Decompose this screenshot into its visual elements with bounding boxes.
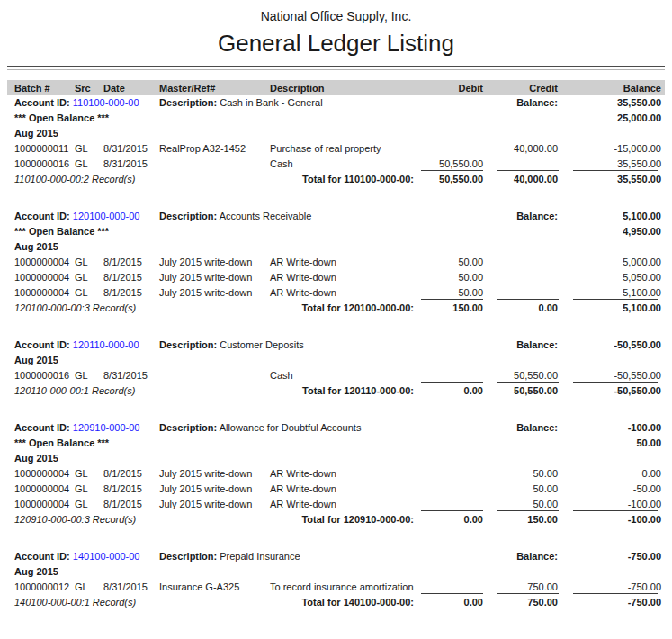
balance-label-cell: Balance: [490, 338, 566, 353]
detail-row: 1000000004GL8/1/2015July 2015 write-down… [7, 466, 665, 482]
credit-cell: 40,000.00 [490, 141, 566, 157]
total-label-cell: Total for 120110-000-00: [263, 383, 414, 399]
batch-cell: 1000000004 [7, 255, 70, 270]
total-balance-cell: 5,100.00 [566, 301, 665, 316]
account-balance-cell: -750.00 [566, 549, 665, 564]
description-cell: AR Write-down [263, 255, 414, 270]
month-cell: Aug 2015 [7, 126, 665, 141]
description-cell: AR Write-down [263, 497, 414, 512]
batch-cell: 1000000012 [7, 580, 70, 595]
total-debit-cell: 0.00 [414, 383, 490, 399]
master-ref-cell [153, 157, 263, 172]
account-header-row: Account ID: 120110-000-00Description: Cu… [7, 338, 665, 353]
account-id-link[interactable]: 110100-000-00 [73, 97, 139, 108]
debit-cell [414, 209, 490, 224]
description-cell: AR Write-down [263, 466, 414, 482]
debit-cell [414, 141, 490, 157]
debit-cell: 50,550.00 [414, 157, 490, 172]
column-header-bar: Batch # Src Date Master/Ref# Description… [7, 80, 665, 95]
description-value: Allowance for Doubtful Accounts [220, 422, 362, 433]
account-id-link[interactable]: 120910-000-00 [73, 422, 140, 433]
account-id-label: Account ID: [14, 422, 70, 433]
month-row: Aug 2015 [7, 239, 665, 255]
credit-cell [490, 157, 566, 172]
open-balance-amount-cell: 4,950.00 [566, 224, 665, 239]
account-balance-cell: -50,550.00 [566, 338, 665, 353]
ledger-table: Batch # Src Date Master/Ref# Description… [7, 80, 665, 610]
total-debit-cell: 150.00 [414, 301, 490, 316]
account-description-cell: Description: Customer Deposits [153, 338, 414, 353]
debit-cell [414, 580, 490, 595]
records-count-cell: 120100-000-00:3 Record(s) [7, 301, 263, 316]
month-row: Aug 2015 [7, 564, 665, 580]
total-balance-cell: 35,550.00 [566, 172, 665, 187]
total-credit-cell: 40,000.00 [490, 172, 566, 187]
description-value: Accounts Receivable [220, 211, 312, 221]
date-cell: 8/31/2015 [97, 580, 153, 595]
account-id-cell: Account ID: 140100-000-00 [7, 549, 153, 564]
total-row: 140100-000-00:1 Record(s)Total for 14010… [7, 595, 665, 610]
credit-cell: 50,550.00 [490, 368, 566, 383]
total-row: 120110-000-00:1 Record(s)Total for 12011… [7, 383, 665, 399]
open-balance-row: *** Open Balance ***4,950.00 [7, 224, 665, 239]
detail-row: 1000000004GL8/1/2015July 2015 write-down… [7, 285, 665, 301]
detail-row: 1000000016GL8/31/2015Cash50,550.00-50,55… [7, 368, 665, 383]
account-description-cell: Description: Cash in Bank - General [153, 95, 414, 111]
description-value: Customer Deposits [220, 339, 304, 350]
debit-cell [414, 95, 490, 111]
account-id-cell: Account ID: 120100-000-00 [7, 209, 153, 224]
account-header-row: Account ID: 110100-000-00Description: Ca… [7, 95, 665, 111]
date-cell: 8/31/2015 [97, 157, 153, 172]
spacer-cell [7, 527, 665, 549]
detail-row: 1000000016GL8/31/2015Cash50,550.0035,550… [7, 157, 665, 172]
col-header-balance: Balance [566, 80, 665, 95]
account-id-link[interactable]: 120110-000-00 [73, 339, 139, 350]
total-credit-cell: 0.00 [490, 301, 566, 316]
debit-cell: 50.00 [414, 270, 490, 285]
total-debit-cell: 50,550.00 [414, 172, 490, 187]
account-description-cell: Description: Accounts Receivable [153, 209, 414, 224]
report-title: General Ledger Listing [0, 28, 672, 58]
account-id-label: Account ID: [14, 551, 70, 562]
balance-label-cell: Balance: [490, 420, 566, 436]
description-value: Prepaid Insurance [220, 551, 300, 562]
description-label: Description: [159, 97, 217, 108]
total-row: 120100-000-00:3 Record(s)Total for 12010… [7, 301, 665, 316]
description-cell: To record insurance amortization [263, 580, 414, 595]
src-cell: GL [70, 497, 97, 512]
account-id-link[interactable]: 120100-000-00 [73, 211, 140, 221]
src-cell: GL [70, 466, 97, 482]
credit-cell [490, 285, 566, 301]
divider-dark-line [7, 66, 665, 68]
balance-label-cell: Balance: [490, 95, 566, 111]
ledger-body: Account ID: 110100-000-00Description: Ca… [7, 95, 665, 610]
open-balance-label-cell: *** Open Balance *** [7, 436, 566, 451]
section-spacer [7, 399, 665, 420]
col-header-src: Src [70, 80, 97, 95]
total-balance-cell: -50,550.00 [566, 383, 665, 399]
month-cell: Aug 2015 [7, 353, 665, 368]
open-balance-row: *** Open Balance ***50.00 [7, 436, 665, 451]
spacer-cell [7, 316, 665, 338]
account-id-link[interactable]: 140100-000-00 [73, 551, 140, 562]
balance-cell: 5,050.00 [566, 270, 665, 285]
total-debit-cell: 0.00 [414, 512, 490, 527]
balance-cell: -50,550.00 [566, 368, 665, 383]
src-cell: GL [70, 285, 97, 301]
col-header-debit: Debit [414, 80, 490, 95]
credit-cell: 50.00 [490, 497, 566, 512]
report-page: { "report": { "company": "National Offic… [0, 0, 672, 639]
balance-label-cell: Balance: [490, 549, 566, 564]
account-description-cell: Description: Allowance for Doubtful Acco… [153, 420, 414, 436]
account-id-cell: Account ID: 120910-000-00 [7, 420, 153, 436]
batch-cell: 1000000004 [7, 497, 70, 512]
description-label: Description: [159, 551, 217, 562]
detail-row: 1000000004GL8/1/2015July 2015 write-down… [7, 482, 665, 497]
detail-row: 1000000011GL8/31/2015RealProp A32-1452Pu… [7, 141, 665, 157]
records-count-cell: 120910-000-00:3 Record(s) [7, 512, 263, 527]
debit-cell [414, 420, 490, 436]
open-balance-row: *** Open Balance ***25,000.00 [7, 111, 665, 126]
date-cell: 8/31/2015 [97, 368, 153, 383]
debit-cell [414, 466, 490, 482]
total-debit-cell: 0.00 [414, 595, 490, 610]
